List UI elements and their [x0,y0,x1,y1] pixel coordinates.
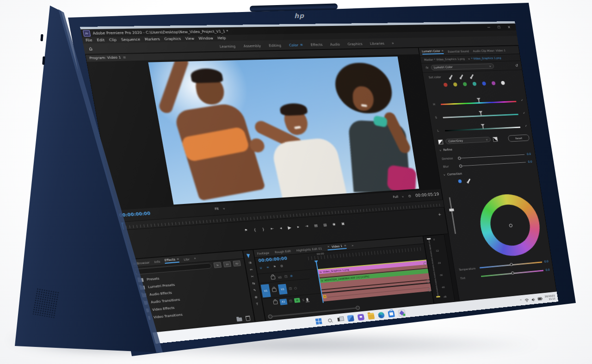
blur-value[interactable]: 0.0 [528,160,532,164]
maximize-button[interactable]: □ [493,25,504,29]
comparison-view-button[interactable]: ▣ [341,221,345,225]
tint-value[interactable]: 0.0 [545,268,550,272]
widgets-button[interactable] [347,315,354,321]
program-video-frame[interactable] [148,56,419,204]
edge-browser-button[interactable] [378,312,385,319]
go-to-in-button[interactable]: ⇤ [270,226,274,230]
sync-lock-icon[interactable]: ◫ [284,275,288,278]
lift-button[interactable]: ▤ [314,223,318,227]
active-app-button[interactable] [398,309,406,317]
tab-rough-edit[interactable]: Rough Edit [274,249,291,253]
mute-button[interactable]: M [294,298,301,303]
wifi-icon[interactable] [524,298,530,302]
blur-slider-track[interactable] [462,162,525,166]
temperature-value[interactable]: 0.0 [544,259,549,263]
refine-section-header[interactable]: ∨ Refine [439,148,453,152]
close-button[interactable]: × [504,25,514,29]
minimize-button[interactable]: — [483,25,494,29]
taskbar-search-button[interactable] [326,317,333,324]
tab-footage[interactable]: Footage [257,251,269,255]
scrollbar-handle[interactable] [427,288,432,292]
correction-color-dot[interactable] [458,179,462,183]
workspace-tab-learning[interactable]: Learning [219,44,236,49]
swatch-yellow[interactable] [453,82,457,86]
voiceover-record-icon[interactable] [306,298,308,301]
tint-slider-track[interactable] [481,270,543,277]
wheel-luma-slider-handle[interactable] [449,209,454,211]
workspace-tab-assembly[interactable]: Assembly [243,43,261,48]
workspace-menu-icon[interactable]: ≡ [300,43,303,47]
swatch-green[interactable] [462,82,467,86]
timeline-playhead-head[interactable] [314,260,318,264]
start-button[interactable] [314,317,323,325]
lock-icon[interactable] [271,276,276,280]
linked-selection-icon[interactable]: ∞ [266,265,269,269]
eyedropper-icon[interactable] [450,75,453,79]
chat-button[interactable] [357,314,364,321]
temperature-slider-track[interactable] [480,261,542,268]
program-current-timecode[interactable]: 00:00:00:00 [119,211,151,218]
menu-help[interactable]: Help [217,36,226,40]
wheel-luma-slider-track[interactable] [449,197,456,234]
file-explorer-button[interactable] [368,313,375,320]
workspace-tab-graphics[interactable]: Graphics [347,42,363,46]
white-balance-eyedropper-icon[interactable] [468,179,471,183]
menu-sequence[interactable]: Sequence [121,37,141,42]
panel-menu-icon[interactable]: ≡ [176,257,179,260]
pen-tool[interactable]: ✎ [253,289,256,292]
source-patch-v1[interactable]: V1 [261,284,271,297]
menu-view[interactable]: View [185,37,195,41]
swatch-magenta[interactable] [491,81,495,85]
track-select-tool[interactable]: ⇉ [248,261,252,265]
saturation-check-icon[interactable]: ✓ [523,111,525,115]
home-icon[interactable]: ⌂ [88,45,93,52]
selection-tool[interactable] [247,253,251,259]
tab-info[interactable]: Info [154,259,160,263]
menu-edit[interactable]: Edit [97,38,105,43]
tab-video-1[interactable]: × Video 1 ≡ [327,243,347,250]
step-back-button[interactable]: ◂ [279,226,282,230]
tab-libraries-cut[interactable]: Libr [183,257,190,261]
temperature-slider-handle[interactable] [510,263,513,266]
workspace-tab-color[interactable]: Color ≡ [289,43,303,47]
microsoft-store-button[interactable] [388,310,395,317]
menu-graphics[interactable]: Graphics [164,37,181,41]
swatch-blue[interactable] [482,81,486,86]
tab-lumetri-color[interactable]: Lumetri Color ≡ [422,49,444,55]
add-marker-icon[interactable]: ⚑ [273,265,276,269]
eyedropper-minus-icon[interactable] [470,74,474,78]
menu-window[interactable]: Window [198,36,214,41]
menu-markers[interactable]: Markers [144,37,160,42]
ripple-edit-tool[interactable]: ↔ [250,268,253,271]
panel-menu-icon[interactable]: ≡ [344,244,346,247]
battery-icon[interactable] [537,297,543,301]
panel-overflow-icon[interactable]: » [352,244,354,247]
tab-essential-sound[interactable]: Essential Sound [448,49,469,53]
mark-in-button[interactable]: { [253,228,256,232]
track-output-toggle-icon[interactable]: ○ [294,286,297,290]
tray-chevron-icon[interactable]: ^ [519,299,522,302]
program-fit-dropdown[interactable]: Fit ∨ [215,206,225,211]
clock[interactable]: 20/10/21 11:11 [544,294,555,301]
invert-mask-icon[interactable] [493,136,498,142]
program-panel-menu-icon[interactable]: ≡ [123,56,126,60]
snap-icon[interactable]: ∩ [259,266,263,270]
correction-section-header[interactable]: ∨ Correction [443,172,462,177]
track-label-a1[interactable]: A1 [279,298,287,305]
task-view-button[interactable] [337,316,344,323]
volume-icon[interactable] [531,297,536,302]
view-mode-dropdown[interactable]: Color/Gray ∨ [445,137,491,144]
solo-button[interactable]: S [302,298,304,302]
menu-clip[interactable]: Clip [109,37,117,42]
denoise-slider-track[interactable] [461,154,524,158]
razor-tool[interactable]: ✂ [251,275,254,278]
mark-out-button[interactable]: } [262,227,265,231]
sync-lock-icon[interactable]: ◫ [289,299,293,303]
settings-wrench-icon[interactable]: ⚙ [408,194,412,198]
hue-wheel[interactable] [476,192,544,259]
button-editor-plus-icon[interactable]: + [438,212,441,216]
denoise-value[interactable]: 0.0 [526,152,531,156]
lock-icon[interactable] [273,301,278,305]
workspace-tab-editing[interactable]: Editing [269,43,282,48]
hand-tool[interactable]: ⊕ [254,296,258,299]
